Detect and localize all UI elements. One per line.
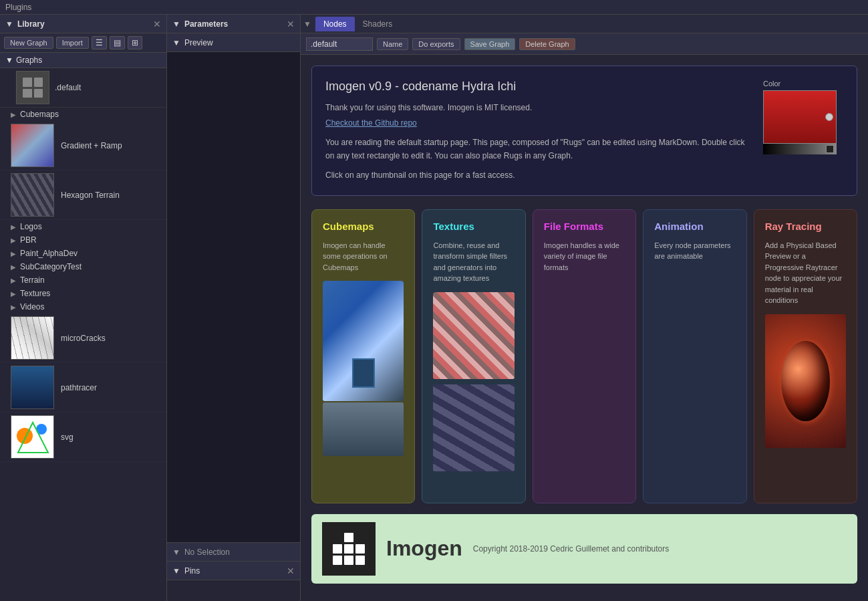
graph-name-input[interactable] [306,37,373,51]
tab-shaders[interactable]: Shaders [355,17,401,31]
feature-title-cubemaps: Cubemaps [323,221,404,232]
category-terrain[interactable]: ▶ Terrain [0,273,166,287]
save-graph-button[interactable]: Save Graph [464,38,516,50]
category-cubemaps[interactable]: ▶ Cubemaps [0,108,166,121]
library-item-pathtracer[interactable]: pathtracer [0,363,166,412]
feature-desc-textures: Combine, reuse and transform simple filt… [433,240,514,284]
category-logos[interactable]: ▶ Logos [0,220,166,233]
raytracing-thumb [765,314,846,448]
color-hue-bar[interactable] [763,144,837,154]
copyright-bar: Imogen Copyright 2018-2019 Cedric Guille… [311,514,857,584]
arrow-icon: ▶ [11,111,16,118]
logo-cell [333,556,342,565]
default-thumb [16,71,49,104]
parameters-collapse-icon[interactable]: ▼ [172,19,180,29]
library-item-microcracks[interactable]: microCracks [0,314,166,363]
grid-cell [34,78,43,87]
logo-cell [333,533,342,542]
plugins-label: Plugins [5,3,31,12]
cubemap-thumb-bottom [323,402,404,456]
gradient-ramp-thumb [11,124,54,167]
pins-label: Pins [184,566,200,576]
logo-cell [355,533,365,542]
do-exports-button[interactable]: Do exports [412,38,460,50]
logo-cell [344,556,353,565]
library-item-svg[interactable]: svg [0,412,166,462]
library-close-button[interactable]: ✕ [153,19,161,29]
graphs-section-header[interactable]: ▼ Graphs [0,53,166,68]
tabs-bar: ▼ Nodes Shaders [301,15,868,33]
feature-card-file-formats[interactable]: File Formats Imogen handles a wide varie… [533,209,636,503]
category-textures[interactable]: ▶ Textures [0,287,166,300]
color-hue-handle[interactable] [826,145,834,153]
feature-card-cubemaps[interactable]: Cubemaps Imogen can handle some operatio… [311,209,415,503]
no-selection-collapse-icon[interactable]: ▼ [172,548,180,557]
feature-desc-cubemaps: Imogen can handle some operations on Cub… [323,240,404,273]
compact-view-button[interactable]: ▤ [110,36,125,49]
logo-cell [355,556,365,565]
arrow-icon: ▶ [11,304,16,311]
color-picker-handle[interactable] [825,113,833,121]
library-toolbar: New Graph Import ☰ ▤ ⊞ [0,33,166,53]
pins-section: ▼ Pins ✕ [167,561,300,601]
category-label: PBR [20,235,37,245]
welcome-title: Imogen v0.9 - codename Hydra Ichi [325,80,750,94]
feature-image-textures [433,292,514,492]
category-label: Logos [20,222,42,231]
lib-item-name: svg [61,433,74,442]
delete-graph-button[interactable]: Delete Graph [519,38,575,50]
default-item-label: .default [55,83,81,92]
pins-close-button[interactable]: ✕ [287,566,295,576]
feature-card-textures[interactable]: Textures Combine, reuse and transform si… [422,209,525,503]
feature-card-animation[interactable]: Animation Every node parameters are anim… [643,209,746,503]
category-videos[interactable]: ▶ Videos [0,300,166,314]
library-item-default[interactable]: .default [0,68,166,108]
feature-card-ray-tracing[interactable]: Ray Tracing Add a Physical Based Preview… [754,209,857,503]
arrow-icon: ▶ [11,263,16,271]
library-collapse-icon[interactable]: ▼ [5,19,13,29]
parameters-close-button[interactable]: ✕ [287,19,295,29]
copyright-text: Copyright 2018-2019 Cedric Guillemet and… [473,544,670,554]
name-button[interactable]: Name [377,38,408,50]
lib-item-name: Gradient + Ramp [61,141,122,150]
feature-desc-ray-tracing: Add a Physical Based Preview or a Progre… [765,240,846,306]
logo-cell [344,544,353,554]
parameters-header: ▼ Parameters ✕ [167,15,300,33]
pins-collapse-icon[interactable]: ▼ [172,566,180,576]
grid-cell [23,89,32,98]
no-selection-label: No Selection [184,548,230,557]
category-paint-alpha[interactable]: ▶ Paint_AlphaDev [0,247,166,260]
imogen-brand-text: Imogen [386,536,462,561]
imogen-logo-grid [333,533,365,565]
list-view-button[interactable]: ☰ [92,36,107,49]
arrow-icon: ▶ [11,237,16,244]
texture-thumb-2 [433,384,514,471]
tab-nodes[interactable]: Nodes [315,17,355,31]
grid-view-button[interactable]: ⊞ [128,36,142,49]
library-item-hexagon-terrain[interactable]: Hexagon Terrain [0,170,166,220]
grid-cell [34,89,43,98]
category-pbr[interactable]: ▶ PBR [0,233,166,247]
category-label: Cubemaps [20,110,59,119]
parameters-title: Parameters [184,19,228,29]
new-graph-button[interactable]: New Graph [4,37,53,49]
feature-desc-animation: Every node parameters are animatable [654,240,735,262]
default-grid-icon [23,78,43,98]
preview-collapse-icon[interactable]: ▼ [172,38,180,47]
svg-point-0 [17,428,33,444]
cubemap-thumb-top [323,281,404,401]
welcome-card: Imogen v0.9 - codename Hydra Ichi Thank … [311,66,857,196]
preview-label: Preview [184,38,213,47]
feature-desc-file-formats: Imogen handles a wide variety of image f… [544,240,625,273]
texture-thumb-1 [433,292,514,379]
category-label: Terrain [20,275,45,285]
color-picker-box[interactable] [763,90,837,144]
category-sub[interactable]: ▶ SubCategoryTest [0,260,166,273]
arrow-icon: ▶ [11,290,16,297]
graphs-label: Graphs [16,55,42,65]
library-item-gradient-ramp[interactable]: Gradient + Ramp [0,121,166,170]
color-widget: Color [763,80,843,182]
color-label: Color [763,80,843,88]
import-button[interactable]: Import [56,37,89,49]
github-link[interactable]: Checkout the Github repo [325,118,417,128]
